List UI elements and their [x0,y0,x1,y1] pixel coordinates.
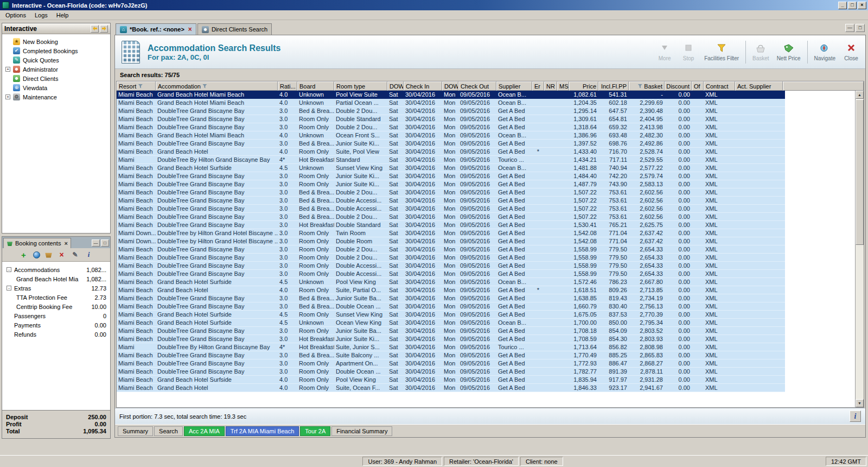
sidebar-item-maintenance[interactable]: +⚙Maintenance [2,92,110,102]
table-row[interactable]: Miami BeachDoubleTree Grand Biscayne Bay… [117,123,785,131]
delete-icon[interactable]: × [58,250,66,259]
panel-minimize-button[interactable]: — [92,239,100,247]
scroll-down-icon[interactable]: ▼ [856,399,864,407]
table-row[interactable]: MiamiDoubleTree By Hilton Grand Biscayne… [117,343,785,351]
filter-funnel-icon[interactable] [637,84,642,89]
table-row[interactable]: Miami BeachGrand Beach Hotel Surfside4.5… [117,164,785,172]
column-header-basket[interactable]: Basket [629,81,665,91]
bottom-tab-financial-summary[interactable]: Financial Summary [331,426,392,436]
table-row[interactable]: Miami Down...DoubleTree by Hilton Grand … [117,237,785,245]
table-row[interactable]: Miami BeachDoubleTree Grand Biscayne Bay… [117,302,785,311]
table-row[interactable]: Miami BeachGrand Beach Hotel Miami Beach… [117,99,785,107]
booking-item-accommodations[interactable]: -Accommodations1,082... [2,265,110,274]
table-row[interactable]: Miami BeachDoubleTree Grand Biscayne Bay… [117,221,785,229]
column-header-nr[interactable]: NR [544,81,557,91]
column-header-incl-fl-pp[interactable]: Incl.Fl.PP [598,81,629,91]
table-row[interactable]: Miami BeachDoubleTree Grand Biscayne Bay… [117,335,785,343]
booking-item-payments[interactable]: Payments0.00 [2,320,110,330]
bottom-tab-acc-2a-mia[interactable]: Acc 2A MIA [184,426,225,436]
menu-item-logs[interactable]: Logs [30,11,52,19]
column-header-resort[interactable]: Resort [117,81,156,91]
expander-icon[interactable]: - [7,286,11,291]
info-button[interactable]: i [850,411,861,422]
column-header-dow[interactable]: DOW [387,81,404,91]
table-row[interactable]: Miami BeachDoubleTree Grand Biscayne Bay… [117,327,785,335]
sidebar-item-administrator[interactable]: +☻Administrator [2,65,110,74]
table-row[interactable]: Miami BeachDoubleTree Grand Biscayne Bay… [117,359,785,368]
scrollbar-thumb[interactable] [856,99,864,245]
table-row[interactable]: Miami Down...DoubleTree by Hilton Grand … [117,229,785,237]
table-row[interactable]: MiamiDoubleTree By Hilton Grand Biscayne… [117,156,785,164]
booking-item-extras[interactable]: -Extras12.73 [2,283,110,293]
table-row[interactable]: Miami BeachGrand Beach Hotel Surfside4.0… [117,376,785,384]
table-row[interactable]: Miami BeachGrand Beach Hotel Miami Beach… [117,131,785,140]
column-header-price[interactable]: Price [569,81,598,91]
table-row[interactable]: Miami BeachDoubleTree Grand Biscayne Bay… [117,205,785,213]
table-row[interactable]: Miami BeachDoubleTree Grand Biscayne Bay… [117,351,785,359]
vertical-scrollbar[interactable]: ▲ ▼ [855,91,864,407]
table-row[interactable]: Miami BeachGrand Beach Hotel Surfside4.5… [117,278,785,286]
table-row[interactable]: Miami BeachDoubleTree Grand Biscayne Bay… [117,180,785,188]
add-icon[interactable]: + [20,250,28,259]
sidebar-item-viewdata[interactable]: ⊕Viewdata [2,83,110,92]
column-header-act-supplier[interactable]: Act. Supplier [735,81,783,91]
sidebar-item-direct-clients[interactable]: ☻Direct Clients [2,74,110,83]
bottom-tab-search[interactable]: Search [154,426,183,436]
expander-icon[interactable]: + [5,67,10,72]
table-row[interactable]: Miami BeachGrand Beach Hotel4.0Room Only… [117,384,785,392]
column-header-discount[interactable]: Discount [665,81,692,91]
bottom-tab-trf-2a-mia-miami-beach[interactable]: Trf 2A MIA Miami Beach [226,426,299,436]
expander-icon[interactable]: - [7,267,11,272]
column-header-check-in[interactable]: Check In [404,81,442,91]
bottom-tab-summary[interactable]: Summary [118,426,153,436]
tab-close-icon[interactable]: × [187,26,192,33]
table-row[interactable]: Miami BeachDoubleTree Grand Biscayne Bay… [117,270,785,278]
column-header-rati[interactable]: Rati... [278,81,297,91]
globe-icon[interactable] [33,251,40,258]
booking-contents-tab[interactable]: Booking contents × [3,238,71,248]
close-button[interactable]: × [858,2,866,9]
menu-item-options[interactable]: Options [1,11,30,19]
table-row[interactable]: Miami BeachGrand Beach Hotel Miami Beach… [117,91,785,99]
panel-collapse-button[interactable] [91,25,99,33]
filter-funnel-icon[interactable] [138,84,143,89]
column-header-ms[interactable]: MS [557,81,569,91]
navigate-button[interactable]: Navigate [810,37,839,67]
table-row[interactable]: Miami BeachDoubleTree Grand Biscayne Bay… [117,197,785,205]
table-row[interactable]: Miami BeachDoubleTree Grand Biscayne Bay… [117,188,785,197]
sidebar-item-new-booking[interactable]: ★New Booking [2,37,110,46]
close-panel-icon[interactable]: × [63,240,67,247]
panel-maximize-button[interactable]: □ [101,239,109,247]
sidebar-item-quick-quotes[interactable]: ✎Quick Quotes [2,55,110,65]
facilities-filter-button[interactable]: Facilities Filter [700,37,743,67]
column-header-board[interactable]: Board [297,81,334,91]
table-row[interactable]: Miami BeachDoubleTree Grand Biscayne Bay… [117,254,785,262]
minimize-button[interactable]: _ [838,2,847,9]
booking-item-refunds[interactable]: Refunds0.00 [2,330,110,339]
table-row[interactable]: Miami BeachDoubleTree Grand Biscayne Bay… [117,213,785,221]
table-row[interactable]: Miami BeachDoubleTree Grand Biscayne Bay… [117,368,785,376]
sidebar-item-completed-bookings[interactable]: ✔Completed Bookings [2,46,110,55]
table-row[interactable]: Miami BeachDoubleTree Grand Biscayne Bay… [117,115,785,123]
booking-item-passengers[interactable]: Passengers0 [2,311,110,320]
table-row[interactable]: Miami BeachDoubleTree Grand Biscayne Bay… [117,107,785,115]
menu-item-help[interactable]: Help [52,11,73,19]
close-button[interactable]: Close [839,37,863,67]
booking-item-tta-protection-fee[interactable]: TTA Protection Fee2.73 [2,293,110,302]
panel-pin-button[interactable] [100,25,108,33]
column-header-er[interactable]: Er [532,81,544,91]
table-row[interactable]: Miami BeachDoubleTree Grand Biscayne Bay… [117,294,785,302]
expander-icon[interactable]: + [5,94,10,99]
booking-item-grand-beach-hotel-mia[interactable]: Grand Beach Hotel Mia1,082... [2,274,110,283]
column-header-of[interactable]: Of [692,81,704,91]
table-row[interactable]: Miami BeachDoubleTree Grand Biscayne Bay… [117,245,785,254]
tab-book-ref-none[interactable]: ⌂*Book. ref.: <none>× [116,23,196,35]
table-row[interactable]: Miami BeachDoubleTree Grand Biscayne Bay… [117,172,785,180]
column-header-accommodation[interactable]: Accommodation [156,81,278,91]
column-header-contract[interactable]: Contract [704,81,735,91]
table-row[interactable]: Miami BeachDoubleTree Grand Biscayne Bay… [117,262,785,270]
nett-price-button[interactable]: Nett Price [773,37,805,67]
document-restore-button[interactable]: □ [856,24,865,32]
edit-icon[interactable]: ✎ [71,250,80,259]
column-header-check-out[interactable]: Check Out [458,81,496,91]
